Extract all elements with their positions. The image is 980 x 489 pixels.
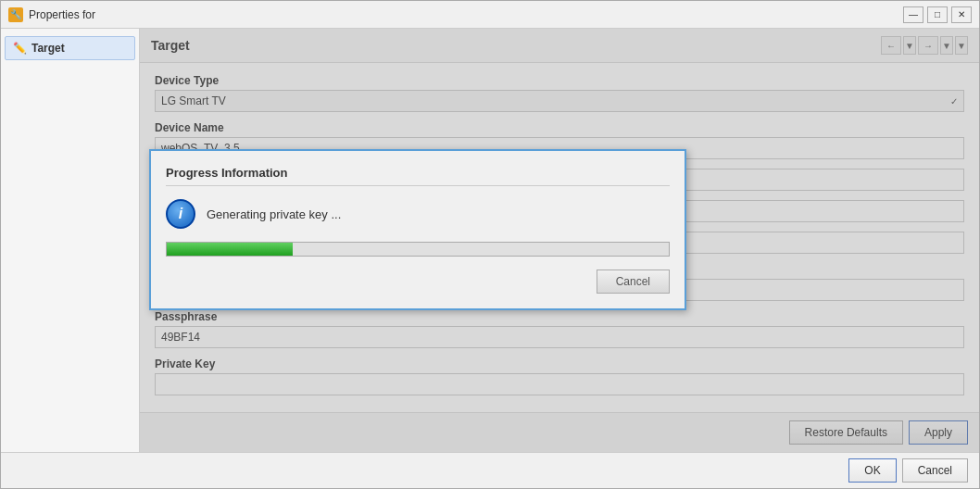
- sidebar-item-label: Target: [31, 42, 65, 55]
- title-bar-controls: — □ ✕: [903, 6, 972, 23]
- minimize-button[interactable]: —: [903, 6, 923, 23]
- dialog-buttons: Cancel: [166, 270, 670, 294]
- footer-bar: OK Cancel: [1, 452, 979, 488]
- dialog-overlay: Progress Information i Generating privat…: [140, 29, 979, 452]
- info-icon: i: [166, 199, 195, 229]
- title-bar: 🔧 Properties for — □ ✕: [1, 1, 979, 29]
- title-bar-left: 🔧 Properties for: [8, 7, 95, 22]
- edit-icon: ✏️: [13, 42, 26, 55]
- progress-bar-container: [166, 242, 670, 257]
- progress-message-row: i Generating private key ...: [166, 199, 670, 229]
- progress-dialog: Progress Information i Generating privat…: [149, 149, 686, 310]
- progress-bar-fill: [167, 243, 293, 256]
- ok-button[interactable]: OK: [848, 458, 896, 483]
- main-content: Target ← ▼ → ▼ ▼: [140, 29, 979, 452]
- close-icon: ✕: [958, 9, 965, 19]
- maximize-icon: □: [935, 9, 940, 19]
- main-window: 🔧 Properties for — □ ✕ ✏️ Target: [0, 0, 980, 489]
- minimize-icon: —: [909, 9, 918, 19]
- sidebar-item-target[interactable]: ✏️ Target: [5, 36, 135, 60]
- sidebar: ✏️ Target: [1, 29, 140, 452]
- window-title: Properties for: [29, 8, 95, 21]
- close-button[interactable]: ✕: [951, 6, 972, 23]
- progress-message: Generating private key ...: [207, 207, 341, 221]
- cancel-button[interactable]: Cancel: [902, 458, 968, 483]
- progress-cancel-button[interactable]: Cancel: [597, 270, 670, 294]
- progress-dialog-title: Progress Information: [166, 166, 670, 186]
- app-icon: 🔧: [8, 7, 23, 22]
- window-body: ✏️ Target Target ← ▼ →: [1, 29, 979, 452]
- maximize-button[interactable]: □: [927, 6, 948, 23]
